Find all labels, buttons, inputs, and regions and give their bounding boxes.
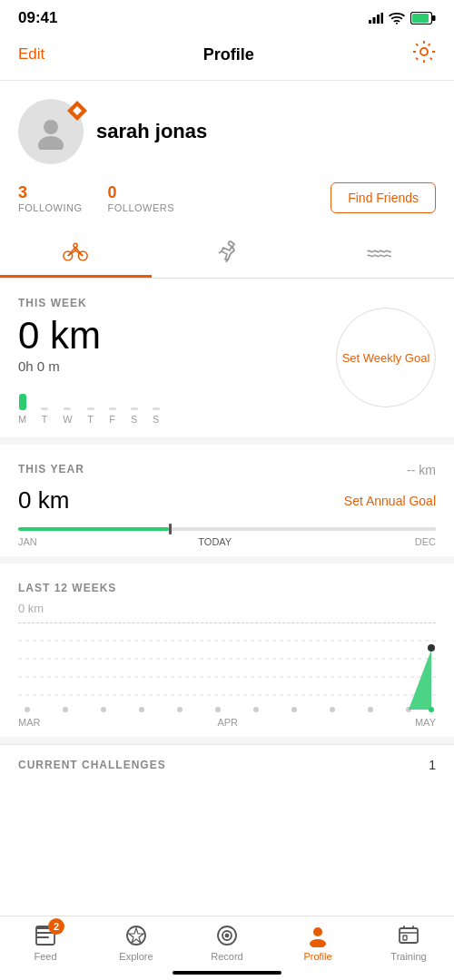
challenges-count: 1 xyxy=(429,758,436,772)
avatar-icon xyxy=(33,113,69,150)
followers-count: 0 xyxy=(108,183,175,202)
day-bar-tue: T xyxy=(41,407,48,425)
bar-thu xyxy=(87,407,94,410)
tab-cycling[interactable] xyxy=(0,228,152,278)
status-bar: 09:41 xyxy=(0,0,454,33)
explore-label: Explore xyxy=(119,951,153,962)
last-12-weeks-label: LAST 12 WEEKS xyxy=(18,582,436,594)
section-divider-2 xyxy=(0,556,454,564)
stats-row: 3 FOLLOWING 0 FOLLOWERS Find Friends xyxy=(18,182,436,213)
tab-running[interactable] xyxy=(152,228,303,278)
explore-icon-wrap xyxy=(124,924,148,947)
page-title: Profile xyxy=(203,45,254,64)
feed-label: Feed xyxy=(34,951,56,962)
day-bar-fri: F xyxy=(109,407,116,425)
weekly-goal-label: Set Weekly Goal xyxy=(342,351,430,365)
set-weekly-goal-button[interactable]: Set Weekly Goal xyxy=(336,308,436,407)
feed-badge: 2 xyxy=(48,918,64,935)
home-indicator xyxy=(173,971,281,975)
svg-rect-0 xyxy=(369,20,371,24)
header: Edit Profile xyxy=(0,33,454,81)
following-count: 3 xyxy=(18,183,83,202)
svg-rect-3 xyxy=(381,13,384,24)
week-content: 0 km 0h 0 m M T W T xyxy=(18,317,436,428)
svg-point-25 xyxy=(253,707,259,712)
svg-point-21 xyxy=(101,707,106,712)
week-stats: 0 km 0h 0 m M T W T xyxy=(18,317,336,428)
profile-nav-icon xyxy=(306,924,330,947)
edit-button[interactable]: Edit xyxy=(18,45,44,64)
svg-rect-1 xyxy=(373,17,376,24)
this-year-label: THIS YEAR xyxy=(18,463,84,475)
cycling-icon xyxy=(63,239,88,264)
followers-label: FOLLOWERS xyxy=(108,202,175,213)
dec-label: DEC xyxy=(415,536,436,547)
week-distance: 0 km xyxy=(18,317,336,355)
bar-sat xyxy=(131,407,138,410)
year-header: THIS YEAR -- km xyxy=(18,463,436,483)
svg-rect-41 xyxy=(400,928,418,943)
day-bar-sat: S xyxy=(131,407,138,425)
year-distance: 0 km xyxy=(18,486,69,514)
svg-point-26 xyxy=(291,707,297,712)
training-label: Training xyxy=(390,951,426,962)
profile-icon-wrap xyxy=(306,924,330,947)
nav-training[interactable]: Training xyxy=(363,924,454,962)
svg-point-32 xyxy=(428,644,435,652)
svg-point-19 xyxy=(25,707,30,712)
last-12-weeks-section: LAST 12 WEEKS 0 km xyxy=(0,564,454,737)
svg-marker-11 xyxy=(73,106,82,115)
nav-explore[interactable]: Explore xyxy=(91,924,182,962)
chart-label-apr: APR xyxy=(217,717,238,728)
chart-label-may: MAY xyxy=(415,717,436,728)
svg-point-39 xyxy=(313,927,322,936)
profile-label: Profile xyxy=(303,951,331,962)
bar-tue xyxy=(41,407,48,410)
chart-area xyxy=(18,622,436,713)
training-icon-wrap xyxy=(397,924,420,947)
today-label: TODAY xyxy=(198,536,232,547)
progress-labels: JAN TODAY DEC xyxy=(18,536,436,547)
svg-point-22 xyxy=(139,707,144,712)
avatar xyxy=(18,99,84,164)
training-icon xyxy=(397,924,420,947)
challenges-label: CURRENT CHALLENGES xyxy=(18,759,166,771)
chart-svg xyxy=(18,622,436,713)
current-challenges-section[interactable]: CURRENT CHALLENGES 1 xyxy=(0,744,454,785)
svg-point-40 xyxy=(310,939,326,947)
profile-section: sarah jonas 3 FOLLOWING 0 FOLLOWERS Find… xyxy=(0,81,454,228)
year-km-right: -- km xyxy=(407,463,436,477)
activity-tabs xyxy=(0,228,454,279)
nav-record[interactable]: Record xyxy=(182,924,272,962)
followers-stat: 0 FOLLOWERS xyxy=(108,183,175,213)
explore-icon xyxy=(124,924,148,947)
svg-point-4 xyxy=(396,23,398,24)
day-bar-sun: S xyxy=(153,407,160,425)
settings-icon[interactable] xyxy=(412,40,436,69)
status-icons xyxy=(369,12,436,24)
following-stat: 3 FOLLOWING xyxy=(18,183,83,213)
tab-swimming[interactable] xyxy=(302,228,454,278)
section-divider-3 xyxy=(0,737,454,744)
svg-marker-35 xyxy=(129,928,143,943)
wifi-icon xyxy=(389,12,405,24)
nav-feed[interactable]: 2 Feed xyxy=(0,924,91,962)
record-label: Record xyxy=(211,951,242,962)
set-annual-goal-button[interactable]: Set Annual Goal xyxy=(344,494,436,508)
svg-point-9 xyxy=(44,120,58,134)
today-marker xyxy=(169,524,172,534)
svg-rect-6 xyxy=(412,14,429,23)
find-friends-button[interactable]: Find Friends xyxy=(331,182,436,213)
day-bar-thu: T xyxy=(87,407,94,425)
bottom-spacer xyxy=(0,785,454,858)
nav-profile[interactable]: Profile xyxy=(272,924,363,962)
this-week-section: THIS WEEK 0 km 0h 0 m M T W xyxy=(0,279,454,437)
week-time: 0h 0 m xyxy=(18,358,336,374)
day-bar-wed: W xyxy=(63,407,72,425)
bar-mon xyxy=(19,394,26,410)
jan-label: JAN xyxy=(18,536,37,547)
following-label: FOLLOWING xyxy=(18,202,83,213)
svg-point-24 xyxy=(215,707,221,712)
day-bars: M T W T F xyxy=(18,388,336,425)
year-row2: 0 km Set Annual Goal xyxy=(18,486,436,514)
